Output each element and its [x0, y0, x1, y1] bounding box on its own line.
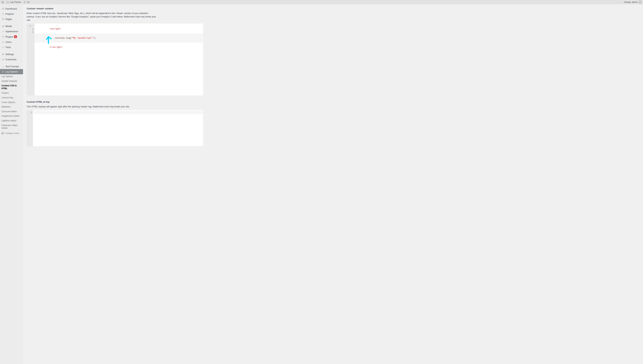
- letter-a-icon: A: [2, 65, 5, 68]
- code-editor-head[interactable]: ⬍1 ▾ 2 3 <script> console.log("My JavaSc…: [27, 24, 203, 96]
- section-custom-head: Custom <head> content Enter custom HTML …: [27, 7, 203, 96]
- sliders-icon: [2, 53, 5, 56]
- sidebar-item-tools[interactable]: Tools: [0, 44, 23, 50]
- adminbar-right: Howdy, admin: [624, 1, 641, 4]
- main-content: Custom <head> content Enter custom HTML …: [23, 4, 643, 154]
- code-body-top[interactable]: [33, 110, 203, 146]
- adminbar-site-name: Lay Theme: [10, 1, 21, 4]
- svg-point-11: [3, 54, 4, 54]
- adminbar-left: Lay Theme 10: [2, 1, 29, 4]
- sidebar-item-label: Media: [6, 25, 12, 28]
- media-icon: [2, 25, 5, 28]
- admin-sidebar: DashboardProjectsPagesMediaAppearancePlu…: [0, 4, 23, 154]
- adminbar-updates[interactable]: 10: [24, 1, 29, 4]
- collapse-label: Collapse menu: [5, 132, 20, 134]
- svg-point-10: [3, 54, 3, 54]
- sidebar-submenu: Lay OptionsGridder DefaultsCustom CSS & …: [0, 74, 23, 130]
- code-gutter: ⬍1 ▾ 2 3: [27, 24, 35, 96]
- code-body-head[interactable]: <script> console.log("My JavaScript!") <…: [35, 24, 203, 96]
- section-title-head: Custom <head> content: [27, 7, 203, 10]
- submenu-item-fullscreen-slider-addon[interactable]: Fullscreen Slider Addon: [0, 123, 23, 130]
- sidebar-item-label: Users: [6, 41, 12, 43]
- submenu-item-lightbox-addon[interactable]: Lightbox Addon: [0, 118, 23, 123]
- sidebar-item-lay-options[interactable]: Lay Options: [0, 69, 23, 74]
- sidebar-main-menu: DashboardProjectsPagesMediaAppearancePlu…: [0, 4, 23, 74]
- sidebar-item-projects[interactable]: Projects: [0, 11, 23, 16]
- home-icon: [7, 1, 9, 4]
- sidebar-item-customize[interactable]: Customize: [0, 57, 23, 62]
- adminbar-account[interactable]: Howdy, admin: [624, 1, 641, 4]
- gear-icon: [2, 70, 5, 73]
- sidebar-item-text-formats[interactable]: AText Formats: [0, 64, 23, 69]
- sidebar-item-label: Tools: [6, 46, 11, 48]
- submenu-item-custom-css-html[interactable]: Custom CSS & HTML: [0, 84, 23, 91]
- svg-point-6: [3, 41, 4, 42]
- svg-point-13: [3, 59, 4, 60]
- gauge-icon: [2, 8, 5, 10]
- sidebar-item-pages[interactable]: Pages: [0, 16, 23, 22]
- sidebar-item-label: Projects: [6, 12, 14, 15]
- sidebar-item-label: Settings: [6, 53, 14, 56]
- wrench-icon: [2, 46, 5, 48]
- submenu-item-carousel-addon[interactable]: Carousel Addon: [0, 109, 23, 114]
- wordpress-icon: [2, 1, 4, 4]
- submenu-item-imagehover-addon[interactable]: Imagehover Addon: [0, 114, 23, 118]
- submenu-item-cover-options[interactable]: Cover Options: [0, 100, 23, 105]
- user-icon: [2, 41, 5, 43]
- sidebar-item-label: Text Formats: [6, 65, 19, 68]
- sidebar-item-media[interactable]: Media: [0, 24, 23, 29]
- sidebar-item-label: Plugins: [6, 36, 13, 38]
- svg-point-12: [3, 54, 3, 55]
- section-desc-top: This HTML markup will appear right after…: [27, 105, 156, 108]
- wp-logo[interactable]: [2, 1, 4, 4]
- svg-point-5: [3, 26, 3, 26]
- sidebar-item-label: Lay Options: [6, 70, 18, 73]
- svg-point-15: [3, 71, 4, 72]
- section-desc-head: Enter custom HTML here (ex. JavaScript, …: [27, 12, 156, 22]
- eye-icon: [2, 58, 5, 61]
- section-custom-top: Custom HTML at top This HTML markup will…: [27, 100, 203, 146]
- update-badge: 9: [14, 35, 17, 38]
- wp-admin-bar: Lay Theme 10 Howdy, admin: [0, 0, 643, 4]
- submenu-item-webfonts[interactable]: Webfonts: [0, 105, 23, 109]
- submenu-item-footers[interactable]: Footers: [0, 91, 23, 96]
- sidebar-item-appearance[interactable]: Appearance: [0, 29, 23, 34]
- sidebar-item-users[interactable]: Users: [0, 40, 23, 44]
- sidebar-item-settings[interactable]: Settings: [0, 52, 23, 57]
- adminbar-update-count: 10: [27, 1, 29, 4]
- section-title-top: Custom HTML at top: [27, 100, 203, 103]
- avatar-icon: [639, 1, 641, 4]
- svg-text:A: A: [3, 66, 4, 68]
- pin-icon: [2, 13, 5, 15]
- plug-icon: [2, 36, 5, 38]
- submenu-item-lay-options[interactable]: Lay Options: [0, 74, 23, 79]
- sidebar-item-label: Dashboard: [6, 7, 17, 10]
- sidebar-item-plugins[interactable]: Plugins9: [0, 34, 23, 40]
- sidebar-item-dashboard[interactable]: Dashboard: [0, 6, 23, 11]
- code-editor-top[interactable]: 1: [27, 110, 203, 146]
- collapse-menu-button[interactable]: Collapse menu: [0, 130, 23, 136]
- adminbar-site-link[interactable]: Lay Theme: [7, 1, 21, 4]
- collapse-icon: [2, 132, 4, 134]
- sidebar-item-label: Pages: [6, 18, 12, 20]
- sidebar-item-label: Appearance: [6, 30, 18, 33]
- brush-icon: [2, 30, 5, 33]
- refresh-icon: [24, 1, 26, 4]
- adminbar-greeting: Howdy, admin: [624, 1, 637, 4]
- page-icon: [2, 18, 5, 20]
- code-gutter-top: 1: [27, 110, 33, 146]
- sidebar-item-label: Customize: [6, 58, 16, 61]
- submenu-item-license-key[interactable]: License Key: [0, 96, 23, 100]
- submenu-item-gridder-defaults[interactable]: Gridder Defaults: [0, 79, 23, 84]
